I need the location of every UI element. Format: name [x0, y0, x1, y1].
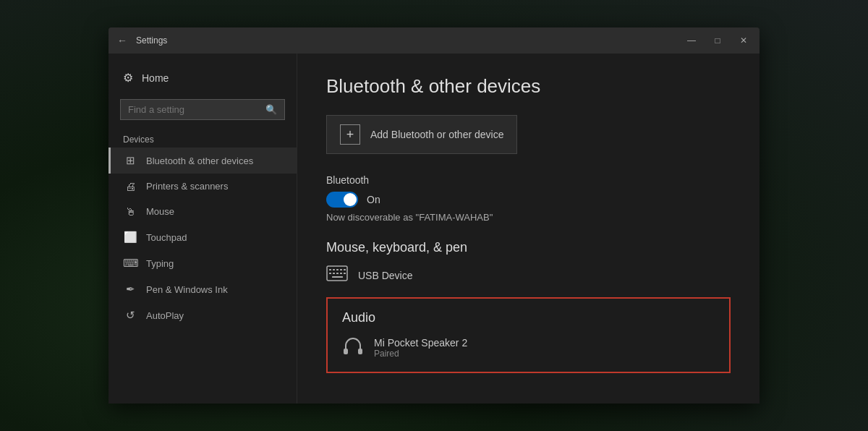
maximize-button[interactable]: □ — [710, 35, 725, 46]
svg-rect-7 — [333, 273, 335, 274]
audio-device-item: Mi Pocket Speaker 2 Paired — [342, 336, 715, 360]
discoverable-text: Now discoverable as "FATIMA-WAHAB" — [326, 212, 731, 223]
window-controls: — □ ✕ — [684, 35, 751, 46]
svg-rect-13 — [358, 349, 362, 354]
toggle-thumb — [344, 193, 357, 206]
autoplay-icon: ↺ — [123, 309, 137, 322]
svg-rect-3 — [336, 269, 339, 270]
sidebar-category-devices: Devices — [109, 129, 297, 148]
sidebar-item-autoplay-label: AutoPlay — [146, 310, 184, 321]
audio-section: Audio Mi Pocket Speaker 2 Paired — [326, 297, 731, 373]
audio-device-name: Mi Pocket Speaker 2 — [374, 337, 467, 349]
svg-rect-1 — [329, 269, 331, 270]
sidebar: ⚙ Home 🔍 Devices ⊞ Bluetooth & other dev… — [109, 54, 297, 404]
window-title: Settings — [136, 35, 684, 46]
svg-rect-5 — [344, 269, 346, 270]
plus-icon: + — [340, 124, 360, 145]
page-title: Bluetooth & other devices — [326, 75, 731, 98]
add-device-label: Add Bluetooth or other device — [370, 129, 503, 140]
sidebar-item-mouse-label: Mouse — [146, 206, 174, 217]
sidebar-item-bluetooth-label: Bluetooth & other devices — [146, 155, 253, 166]
sidebar-item-autoplay[interactable]: ↺ AutoPlay — [109, 302, 297, 328]
audio-device-info: Mi Pocket Speaker 2 Paired — [374, 337, 467, 359]
back-button[interactable]: ← — [117, 35, 127, 46]
svg-rect-4 — [340, 269, 342, 270]
audio-device-status: Paired — [374, 349, 467, 359]
add-device-button[interactable]: + Add Bluetooth or other device — [326, 115, 517, 154]
bluetooth-toggle[interactable] — [326, 192, 358, 208]
settings-window: ← Settings — □ ✕ ⚙ Home 🔍 Devices ⊞ Blue… — [109, 27, 760, 404]
svg-rect-12 — [344, 349, 348, 354]
svg-rect-10 — [344, 273, 346, 274]
sidebar-item-typing-label: Typing — [146, 258, 174, 269]
bluetooth-toggle-text: On — [367, 194, 380, 205]
sidebar-item-printers[interactable]: 🖨 Printers & scanners — [109, 174, 297, 199]
usb-device-item: USB Device — [326, 265, 731, 286]
content-area: ⚙ Home 🔍 Devices ⊞ Bluetooth & other dev… — [109, 54, 760, 404]
sidebar-item-bluetooth[interactable]: ⊞ Bluetooth & other devices — [109, 148, 297, 174]
svg-rect-8 — [336, 273, 339, 274]
mouse-icon: 🖱 — [123, 205, 137, 218]
sidebar-item-printers-label: Printers & scanners — [146, 181, 228, 192]
minimize-button[interactable]: — — [684, 35, 699, 46]
svg-rect-2 — [333, 269, 335, 270]
svg-rect-11 — [332, 276, 343, 278]
sidebar-item-typing[interactable]: ⌨ Typing — [109, 250, 297, 276]
search-input[interactable] — [128, 104, 260, 115]
titlebar: ← Settings — □ ✕ — [109, 27, 760, 54]
svg-rect-9 — [340, 273, 342, 274]
main-content: Bluetooth & other devices + Add Bluetoot… — [297, 54, 760, 404]
home-icon: ⚙ — [123, 71, 133, 85]
bluetooth-icon: ⊞ — [123, 154, 137, 167]
audio-section-title: Audio — [342, 310, 715, 325]
pen-icon: ✒ — [123, 283, 137, 296]
sidebar-item-pen-label: Pen & Windows Ink — [146, 284, 228, 295]
sidebar-item-pen[interactable]: ✒ Pen & Windows Ink — [109, 276, 297, 302]
sidebar-item-touchpad-label: Touchpad — [146, 232, 187, 243]
mouse-section-title: Mouse, keyboard, & pen — [326, 240, 731, 255]
home-label: Home — [142, 72, 169, 84]
svg-rect-6 — [329, 273, 331, 274]
headphone-icon — [342, 336, 364, 360]
bluetooth-toggle-row: On — [326, 192, 731, 208]
search-box[interactable]: 🔍 — [120, 99, 285, 120]
bluetooth-label: Bluetooth — [326, 174, 731, 186]
printer-icon: 🖨 — [123, 180, 137, 192]
search-icon: 🔍 — [265, 104, 277, 115]
sidebar-item-mouse[interactable]: 🖱 Mouse — [109, 199, 297, 224]
touchpad-icon: ⬜ — [123, 231, 137, 244]
typing-icon: ⌨ — [123, 257, 137, 270]
sidebar-item-touchpad[interactable]: ⬜ Touchpad — [109, 224, 297, 250]
keyboard-device-icon — [326, 265, 348, 286]
sidebar-item-home[interactable]: ⚙ Home — [109, 65, 297, 90]
close-button[interactable]: ✕ — [736, 35, 751, 46]
usb-device-name: USB Device — [358, 270, 412, 281]
